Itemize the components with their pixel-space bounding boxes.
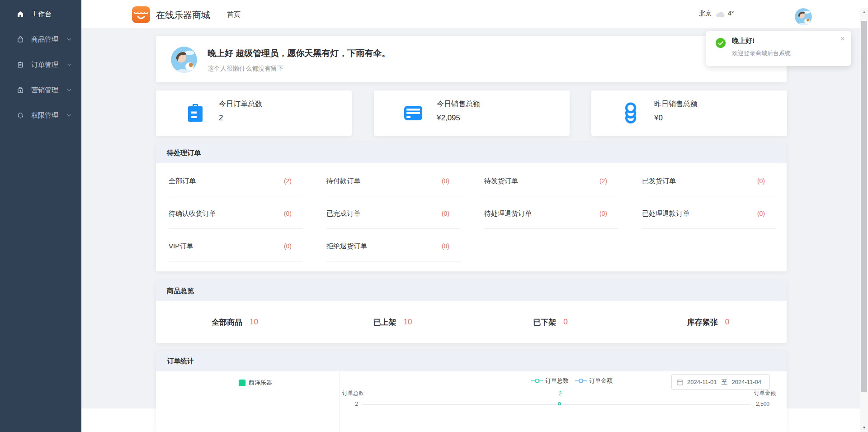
pending-order-count: (2) [284, 177, 292, 185]
pending-order-count: (0) [284, 210, 292, 217]
line-marker-icon [575, 378, 587, 384]
pending-order-label: VIP订单 [169, 242, 193, 250]
sales-card-icon [401, 101, 425, 125]
pending-order-count: (0) [599, 210, 607, 217]
pending-order-item-confirm-receipt[interactable]: 待确认收货订单 (0) [169, 209, 303, 229]
series-legend: 订单总数 订单金额 [531, 377, 613, 385]
legend-swatch [239, 380, 245, 386]
chevron-down-icon [66, 87, 72, 93]
data-point-label: 2 [556, 390, 565, 397]
sidebar-item-marketing[interactable]: 营销管理 [0, 77, 81, 103]
pending-order-count: (2) [599, 177, 607, 185]
pending-order-item-refund-processed[interactable]: 已处理退款订单 (0) [642, 209, 776, 229]
pending-order-item-completed[interactable]: 已完成订单 (0) [326, 209, 461, 229]
pending-order-count: (0) [757, 210, 765, 217]
section-title: 商品总览 [156, 280, 787, 301]
bag-arrow-up-icon [17, 86, 24, 94]
pending-order-label: 已处理退款订单 [642, 209, 689, 217]
pending-order-label: 待付款订单 [326, 177, 360, 185]
sidebar-item-goods[interactable]: 商品管理 [0, 27, 81, 52]
legend-item-order-amount[interactable]: 订单金额 [575, 377, 613, 385]
overview-label: 库存紧张 [687, 317, 718, 328]
sidebar-item-label: 营销管理 [31, 86, 58, 95]
user-avatar[interactable] [795, 8, 812, 25]
overview-value: 0 [725, 318, 729, 327]
product-overview-card: 商品总览 全部商品 10 已上架 10 已下架 0 库存紧张 0 [156, 280, 787, 343]
sidebar-item-permissions[interactable]: 权限管理 [0, 103, 81, 128]
pending-order-item-shipped[interactable]: 已发货订单 (0) [642, 177, 776, 196]
sidebar-item-label: 订单管理 [31, 61, 58, 69]
pending-order-label: 待处理退货订单 [484, 209, 532, 217]
sidebar-item-label: 商品管理 [31, 35, 58, 44]
pending-order-count: (0) [442, 242, 449, 250]
sidebar-item-orders[interactable]: 订单管理 [0, 52, 81, 77]
stat-label: 今日订单总数 [219, 100, 262, 109]
pending-order-item-unpaid[interactable]: 待付款订单 (0) [326, 177, 461, 196]
overview-item-low-stock: 库存紧张 0 [629, 317, 787, 328]
order-total-icon [184, 101, 207, 125]
legend-label: 订单金额 [589, 377, 613, 385]
stat-value: ¥0 [654, 114, 663, 123]
product-overview-body: 全部商品 10 已上架 10 已下架 0 库存紧张 0 [156, 301, 787, 343]
toast-title: 晚上好! [732, 37, 755, 45]
chevron-down-icon [66, 62, 72, 67]
pending-order-item-all[interactable]: 全部订单 (2) [169, 177, 303, 196]
overview-item-all-products: 全部商品 10 [156, 317, 314, 328]
pending-order-label: 拒绝退货订单 [326, 242, 367, 250]
date-end-input[interactable]: 2024-11-04 [728, 379, 765, 385]
scrollbar-up-arrow-icon[interactable]: ▲ [860, 9, 868, 15]
stat-value: 2 [219, 114, 223, 123]
pending-order-item-return-pending[interactable]: 待处理退货订单 (0) [484, 209, 618, 229]
overview-label: 已下架 [533, 317, 556, 328]
date-start-input[interactable]: 2024-11-01 [684, 379, 721, 385]
overview-item-on-shelf: 已上架 10 [314, 317, 472, 328]
section-title: 待处理订单 [156, 142, 787, 163]
right-axis-tick: 2,500 [748, 401, 769, 407]
stat-value: ¥2,095 [437, 114, 460, 123]
legend-label: 西洋乐器 [249, 379, 272, 387]
chevron-down-icon [66, 37, 72, 42]
data-point-marker [558, 402, 561, 405]
weather-temperature: 4° [728, 9, 734, 17]
home-icon [17, 10, 24, 18]
success-check-icon [716, 38, 726, 50]
overview-value: 10 [250, 318, 258, 327]
category-legend-western-instruments[interactable]: 西洋乐器 [239, 379, 272, 387]
nav-tab-home[interactable]: 首页 [227, 10, 241, 19]
legend-item-order-count[interactable]: 订单总数 [531, 377, 569, 385]
vertical-scrollbar[interactable]: ▲ ▼ [860, 8, 868, 432]
pending-orders-card: 待处理订单 全部订单 (2) 待付款订单 (0) 待发货订单 (2) 已发货订单… [156, 142, 787, 271]
sidebar-item-workbench[interactable]: 工作台 [0, 1, 81, 27]
overview-item-off-shelf: 已下架 0 [472, 317, 629, 328]
overview-value: 10 [404, 318, 412, 327]
pending-order-label: 已完成订单 [326, 209, 360, 217]
sidebar-item-label: 工作台 [31, 10, 52, 19]
stat-label: 昨日销售总额 [654, 100, 698, 109]
order-statistics-card: 订单统计 西洋乐器 订单总数 订单金额 2024-11-01 至 2024-11… [156, 351, 787, 432]
pending-order-count: (0) [442, 210, 449, 217]
pending-order-label: 全部订单 [169, 177, 196, 185]
left-axis-tick: 2 [348, 401, 358, 407]
coins-icon [619, 101, 642, 125]
chevron-down-icon [66, 113, 72, 118]
section-title: 订单统计 [156, 351, 787, 371]
date-range-picker[interactable]: 2024-11-01 至 2024-11-04 [671, 374, 770, 390]
pending-order-label: 待确认收货订单 [169, 209, 216, 217]
chart-gridline [362, 404, 750, 405]
close-icon[interactable]: × [840, 34, 845, 43]
overview-value: 0 [563, 318, 567, 327]
overview-label: 已上架 [373, 317, 396, 328]
welcome-greeting: 晚上好 超级管理员，愿你天黑有灯，下雨有伞。 [208, 47, 390, 59]
pending-order-count: (0) [757, 177, 765, 185]
weather-city: 北京 [699, 9, 712, 18]
stat-card-yesterday-sales: 昨日销售总额 ¥0 [591, 90, 787, 136]
scrollbar-thumb[interactable] [861, 21, 867, 392]
scrollbar-down-arrow-icon[interactable]: ▼ [860, 425, 868, 431]
stat-label: 今日销售总额 [437, 100, 480, 109]
right-axis-title: 订单金额 [754, 389, 776, 397]
pending-order-item-return-rejected[interactable]: 拒绝退货订单 (0) [326, 242, 461, 261]
profile-avatar [171, 47, 197, 73]
pending-order-item-to-ship[interactable]: 待发货订单 (2) [484, 177, 618, 196]
pending-order-item-vip[interactable]: VIP订单 (0) [169, 242, 303, 261]
legend-label: 订单总数 [545, 377, 569, 385]
